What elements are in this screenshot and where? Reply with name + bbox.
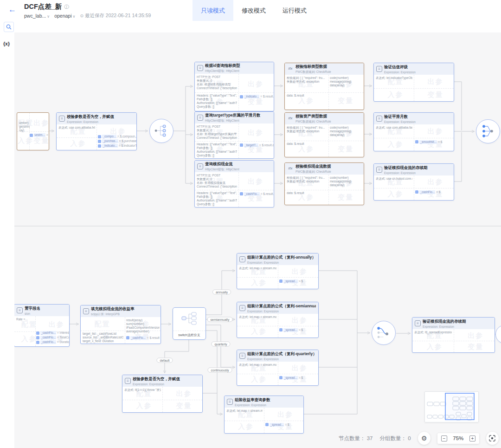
- node-header: ifx校验资产类型数据PWC数据规则: CheckRule: [285, 113, 364, 124]
- tab-edit-mode[interactable]: 修改模式: [233, 0, 274, 21]
- flow-node-switch[interactable]: switch流程分支: [173, 307, 206, 340]
- fit-view-button[interactable]: [486, 432, 499, 445]
- flow-node-C3[interactable]: ≡验证估值评级Expression: Expression配置出参入参变量表达式…: [373, 63, 454, 102]
- watermark-var: 变量: [338, 97, 353, 105]
- mode-tabs: 只读模式 修改模式 运行模式: [193, 0, 315, 21]
- variable-name: _cashFlo...: [40, 340, 56, 344]
- node-text-line: ConnectTimeout: {"description"...: [197, 136, 237, 140]
- flow-node-E1[interactable]: ≡查询模拟现金流HttpClient获取: HttpClient配置出参入参变量…: [194, 160, 274, 208]
- node-header: ≡填充模拟现金流的收益率scipy计算: InterpGPB: [81, 305, 161, 317]
- node-header-text: 校验资产类型数据PWC数据规则: CheckRule: [295, 114, 331, 124]
- flow-node-I1[interactable]: ≡组装计算点差的公式（复利-annually）Expression: Expre…: [237, 253, 319, 289]
- node-subtitle: HttpClient获取: HttpClient: [205, 168, 239, 172]
- flow-node-K[interactable]: ≡校验参数是否为空，并赋值Expression: Expression配置出参入…: [122, 375, 203, 413]
- watermark-out: 出参: [468, 331, 483, 340]
- watermark-out: 出参: [49, 320, 64, 329]
- flow-node-E2[interactable]: ifx校验模拟现金流数据PWC数据规则: CheckRule配置出参入参变量校验…: [284, 162, 364, 205]
- join-gateway-node[interactable]: [476, 119, 500, 143]
- flow-node-I3[interactable]: ≡组装计算点差的公式（复利-quarterly）Expression: Expr…: [237, 350, 319, 386]
- node-body: 配置出参入参变量表达式: let map = stream.map()..._s…: [237, 265, 318, 289]
- quadrant-hline: [237, 277, 318, 278]
- title-block: DCF点差_新 ⓘ pwc_lab...∨ openapi∨ ⊙最近保存 202…: [24, 2, 151, 19]
- node-left_top-lines: Rate =...: [16, 318, 35, 321]
- page-title: DCF点差_新: [24, 2, 62, 11]
- flow-node-D1[interactable]: ≡查询targetType所属的平滑月数HttpClient获取: HttpCl…: [194, 111, 274, 159]
- env-select[interactable]: pwc_lab...∨: [24, 13, 50, 19]
- node-left_top-lines: 表达式: use com.alibaba.fastjson...: [376, 126, 412, 130]
- quadrant-hline: [285, 92, 364, 93]
- variable-name: _spread...: [270, 423, 284, 427]
- flow-node-G[interactable]: ≡填充模拟现金流的收益率scipy计算: InterpGPB配置出参入参变量ta…: [80, 305, 161, 344]
- settings-button[interactable]: ⚙: [418, 432, 430, 445]
- flow-node-D2[interactable]: ifx校验资产类型数据PWC数据规则: CheckRule配置出参入参变量校验规…: [284, 112, 364, 157]
- flow-node-J[interactable]: ≡组装收益率查询参数Expression: Expression配置出参入参变量…: [224, 396, 304, 434]
- info-icon[interactable]: ⓘ: [64, 4, 69, 10]
- variable-value: = $: [285, 423, 289, 427]
- minimap[interactable]: [424, 391, 479, 422]
- split-gateway-icon: [150, 119, 173, 142]
- quadrant-hline: [412, 341, 495, 341]
- tab-run-mode[interactable]: 运行模式: [274, 0, 315, 21]
- tab-readonly-mode[interactable]: 只读模式: [193, 0, 233, 21]
- variable-chip-icon: [240, 143, 243, 147]
- node-header: ≡校验参数是否为空，并赋值Expression: Expression: [57, 113, 136, 124]
- node-right_top-lines: code(number)message(string)data(array): [330, 76, 363, 87]
- output-row: _spread...= $: [279, 328, 303, 332]
- merge-gateway-node[interactable]: [372, 321, 396, 345]
- variables-panel-icon[interactable]: {x}: [3, 41, 10, 46]
- split-gateway-node[interactable]: [149, 119, 173, 143]
- node-header: ≡验证模拟现金流的存续期Expression: Expression: [374, 164, 454, 175]
- node-title: 组装计算点差的公式（复利-semiannually）: [247, 304, 316, 309]
- watermark-var: 变量: [468, 342, 483, 351]
- node-text-line: result(array): [126, 318, 160, 322]
- node-text-line: 校验规则: [ { "required": tru...: [287, 126, 327, 130]
- node-type-icon: ≡: [83, 308, 89, 314]
- variable-name: _indicato...: [102, 144, 117, 148]
- flow-node-C2[interactable]: ifx校验指标类型数据PWC数据规则: CheckRule配置出参入参变量校验规…: [284, 63, 364, 110]
- node-title: 组装计算点差的公式（复利-quarterly）: [247, 351, 316, 357]
- output-row: _spread...= $: [279, 279, 303, 283]
- flow-node-A[interactable]: 配置出参入参变量umber)ge(string)ray)vestm...= _i…: [17, 112, 49, 150]
- watermark-in: 入参: [427, 342, 443, 351]
- api-select[interactable]: openapi∨: [54, 13, 75, 19]
- flow-node-I2[interactable]: ≡组装计算点差的公式（复利-semiannually）Expression: E…: [237, 302, 319, 338]
- node-text-line: 名称: 查询模拟现金流: [197, 181, 237, 185]
- node-type-icon: ≡: [239, 256, 245, 262]
- quadrant-hline: [237, 374, 318, 374]
- node-type-icon: ≡: [197, 163, 203, 169]
- node-left_top-lines: 表达式: let map = stream.map()...: [239, 363, 276, 367]
- node-output-rows: _spread...= $: [265, 423, 289, 427]
- search-button[interactable]: [4, 22, 14, 32]
- watermark-in: 入参: [70, 139, 86, 148]
- minimap-viewport[interactable]: [445, 393, 474, 420]
- node-type-icon: ≡: [376, 116, 382, 122]
- back-button[interactable]: ←: [8, 5, 16, 14]
- node-text-line: 表达式: use cn.hutool.core.date...: [376, 177, 412, 181]
- node-header-text: 查询targetType所属的平滑月数HttpClient获取: HttpCli…: [205, 113, 260, 123]
- variable-name: _smoothM...: [419, 140, 437, 144]
- output-row: _targetT...= $.result.data: [240, 143, 274, 147]
- flow-node-B[interactable]: ≡校验参数是否为空，并赋值Expression: Expression配置出参入…: [56, 112, 137, 150]
- flow-node-F[interactable]: ≡置字段名sion配置出参入参变量Rate =..._cashFlo...= I…: [14, 304, 70, 347]
- node-text-line: HTTP方法: POST: [197, 174, 237, 177]
- node-type-icon: ≡: [376, 66, 382, 72]
- zoom-level: 75%: [452, 435, 465, 441]
- flow-node-E3[interactable]: ≡验证模拟现金流的存续期Expression: Expression配置出参入参…: [373, 163, 454, 201]
- node-header: ≡组装计算点差的公式（复利-annually）Expression: Expre…: [237, 253, 318, 265]
- node-title: 校验资产类型数据: [295, 114, 331, 119]
- env-select-value: pwc_lab...: [24, 13, 46, 19]
- node-title: 置字段名: [25, 306, 40, 312]
- flow-node-L[interactable]: ≡验证模拟现金流的存续期Expression: Expression配置出参入参…: [412, 317, 495, 353]
- watermark-out: 出参: [33, 118, 49, 127]
- zoom-out-button[interactable]: −: [441, 435, 447, 442]
- left-panel-strip: {x}: [0, 32, 14, 448]
- node-body: 配置出参入参变量HTTP方法: POST失败重试: 0名称: 查询targetT…: [195, 123, 274, 158]
- variable-chip-icon: [30, 134, 33, 137]
- node-text-line: 失败重试: 0: [197, 129, 237, 132]
- flow-node-C1[interactable]: ≡根据id查询指标类型HttpClient获取: HttpClient配置出参入…: [194, 62, 274, 111]
- node-body: 配置出参入参变量target_list: _cashFlowListsource…: [81, 317, 161, 344]
- flow-node-D3[interactable]: ≡验证平滑月数Expression: Expression配置出参入参变量表达式…: [373, 112, 454, 151]
- variable-name: _spread...: [283, 328, 298, 332]
- zoom-in-button[interactable]: +: [469, 435, 475, 442]
- node-text-line: data(array): [330, 84, 363, 87]
